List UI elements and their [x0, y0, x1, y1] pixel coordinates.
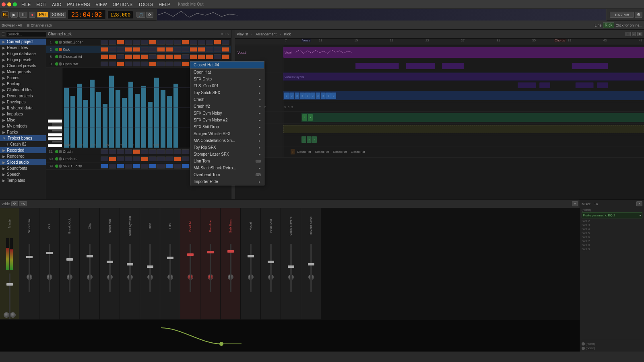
sub-bass-fader-knob[interactable] [227, 250, 234, 253]
dropdown-item-sfx-cym2[interactable]: SFX Cym Noisy #2 ▸ [190, 117, 264, 123]
click-online[interactable]: Click for online... [615, 23, 642, 27]
browser-item-misc[interactable]: ▶ Misc [0, 117, 46, 123]
dropdown-item-crash2[interactable]: Crash #2 + [190, 103, 264, 110]
effects-panel-close[interactable]: × [636, 201, 642, 206]
vocal-dist-fader-knob[interactable] [268, 261, 274, 263]
menu-patterns[interactable]: PATTERNS [66, 2, 91, 7]
mixer-close-btn[interactable]: × [572, 201, 578, 206]
browser-item-crash82[interactable]: ♪ Crash 82 [0, 141, 46, 147]
minimize-button[interactable] [7, 2, 11, 6]
dropdown-item-closed-hat[interactable]: Closed Hat #4 [190, 62, 264, 69]
browser-item-scores[interactable]: ▶ Scores [0, 75, 46, 81]
clap-fader-knob[interactable] [87, 255, 93, 257]
browser-item-sliced-audio[interactable]: ▶ Sliced audio [0, 159, 46, 165]
fx-slot-eq[interactable]: Fruity parametric EQ 2 ● [582, 212, 642, 218]
channel-solo-btn-3[interactable] [59, 55, 62, 58]
master-volume-knob[interactable] [4, 312, 9, 318]
channel-mute-btn[interactable] [55, 41, 58, 44]
fx-slot-3[interactable]: Slot 2 [582, 219, 642, 223]
maximize-button[interactable] [13, 2, 17, 6]
master-fader-knob[interactable] [6, 283, 13, 286]
browser-item-recent-files[interactable]: ▶ Recent files [0, 45, 46, 51]
metronome-btn[interactable]: 🎵 [136, 12, 145, 18]
sidechain-fader-knob[interactable] [26, 256, 33, 258]
play-button[interactable]: ▶ [10, 12, 18, 18]
vocal-fader-knob[interactable] [248, 255, 254, 257]
browser-item-current-project[interactable]: ▶ Current project [0, 39, 46, 45]
fx-enable-toggle[interactable]: ● [639, 214, 641, 217]
break-kick-fader-knob[interactable] [66, 258, 73, 261]
menu-help[interactable]: HELP [157, 2, 171, 7]
menu-tools[interactable]: TOOLS [137, 2, 154, 7]
browser-item-backup[interactable]: ▶ Backup [0, 81, 46, 87]
channel-solo-btn-2[interactable] [59, 48, 62, 51]
browser-item-mixer-presets[interactable]: ▶ Mixer presets [0, 69, 46, 75]
ride-fader-knob[interactable] [147, 265, 153, 268]
playlist-zoom-in[interactable]: + [625, 32, 631, 36]
vocal-reverb-fader-knob[interactable] [288, 265, 294, 268]
dropdown-item-crash[interactable]: Crash + [190, 96, 264, 103]
song-mode[interactable]: SONG [50, 12, 66, 18]
browser-item-clipboard[interactable]: ▶ Clipboard files [0, 87, 46, 93]
browser-item-recorded[interactable]: ▶ Recorded [0, 147, 46, 153]
browser-item-envelopes[interactable]: ▶ Envelopes [0, 99, 46, 105]
channel-mute-btn-3[interactable] [55, 55, 58, 58]
dropdown-item-overhead-tom[interactable]: Overhead Tom ⌨ [190, 171, 264, 178]
browser-item-soundfonts[interactable]: ▶ Soundfonts [0, 165, 46, 171]
dropdown-item-smigen[interactable]: Smigen Whistle SFX ▸ [190, 130, 264, 137]
settings-btn[interactable]: ⚙ [635, 12, 642, 18]
reverb-send-fader-knob[interactable] [308, 263, 314, 265]
record-button[interactable]: ● [29, 12, 35, 18]
browser-item-il-shared[interactable]: ▶ IL shared data [0, 105, 46, 111]
channel-solo-btn-4[interactable] [59, 62, 62, 66]
browser-item-demo-projects[interactable]: ▶ Demo projects [0, 93, 46, 99]
noise-symbol-fader-knob[interactable] [127, 263, 133, 265]
dropdown-item-stomper[interactable]: Stomper Lazer SFX ▸ [190, 151, 264, 158]
browser-item-plugin-presets[interactable]: ▶ Plugin presets [0, 57, 46, 63]
fx-slot-4[interactable]: Slot 3 [582, 223, 642, 227]
playlist-close[interactable]: × [637, 32, 642, 36]
pattern-block-vocal[interactable]: Vocal [283, 47, 644, 58]
browser-item-templates[interactable]: ▶ Templates [0, 177, 46, 183]
menu-view[interactable]: VIEW [95, 2, 108, 7]
dropdown-item-toy-rip[interactable]: Toy Rip SFX ▸ [190, 144, 264, 151]
beat-all-fader-knob[interactable] [187, 253, 194, 256]
dropdown-item-sfx-8bit[interactable]: SFX 8bit Drop ▸ [190, 123, 264, 130]
fx-slot-8[interactable]: Slot 7 [582, 239, 642, 243]
dropdown-item-fls-gun[interactable]: FLS_Gun 001 ▸ [190, 82, 264, 89]
pattern-mode[interactable]: PAT [37, 12, 48, 18]
browser-item-project-bones[interactable]: ▼ Project bones [0, 135, 46, 141]
dropdown-item-sfx-disto[interactable]: SFX Disto ▸ [190, 76, 264, 82]
browser-item-rendered[interactable]: ▶ Rendered [0, 153, 46, 159]
browser-item-channel-presets[interactable]: ▶ Channel presets [0, 63, 46, 69]
close-button[interactable] [2, 2, 6, 6]
bassline-fader-knob[interactable] [207, 251, 214, 253]
menu-options[interactable]: OPTIONS [111, 2, 134, 7]
fx-slot-7[interactable]: Slot 6 [582, 235, 642, 239]
fx-slot-9[interactable]: Slot 8 [582, 243, 642, 247]
fx-slot-10[interactable]: Slot 9 [582, 247, 642, 251]
master-pan-knob[interactable] [10, 312, 16, 318]
channel-solo-btn[interactable] [59, 41, 62, 44]
dropdown-item-importer-ride[interactable]: Importer Ride ▸ [190, 178, 264, 185]
fx-slot-5[interactable]: Slot 4 [582, 227, 642, 231]
ch-btn-crash[interactable] [55, 150, 58, 153]
dropdown-item-linn-tom[interactable]: Linn Tom ⌨ [190, 158, 264, 165]
kick-fader-knob[interactable] [46, 252, 53, 254]
dropdown-item-open-hat[interactable]: Open Hat [190, 69, 264, 76]
menu-edit[interactable]: EDIT [35, 2, 47, 7]
dropdown-item-ma-static[interactable]: MA StaticShock Retro... ▸ [190, 165, 264, 171]
fx-slot-6[interactable]: Slot 5 [582, 231, 642, 235]
browser-search-input[interactable] [6, 31, 46, 37]
tool-kick-selector[interactable]: Kick [603, 22, 615, 28]
menu-add[interactable]: ADD [51, 2, 62, 7]
browser-item-impulses[interactable]: ▶ Impulses [0, 111, 46, 117]
loop-btn[interactable]: ⟳ [146, 12, 153, 18]
browser-item-my-projects[interactable]: ▶ My projects [0, 123, 46, 129]
dropdown-item-toy-sritch[interactable]: Toy Sritch SFX ▸ [190, 89, 264, 96]
stop-button[interactable]: ⏸ [19, 12, 27, 18]
channel-mute-btn-4[interactable] [55, 62, 58, 66]
noise-hat-fader-knob[interactable] [107, 261, 113, 263]
dropdown-item-sfx-cym[interactable]: SFX Cym Noisy ▸ [190, 110, 264, 117]
channel-mute-btn-2[interactable] [55, 48, 58, 51]
